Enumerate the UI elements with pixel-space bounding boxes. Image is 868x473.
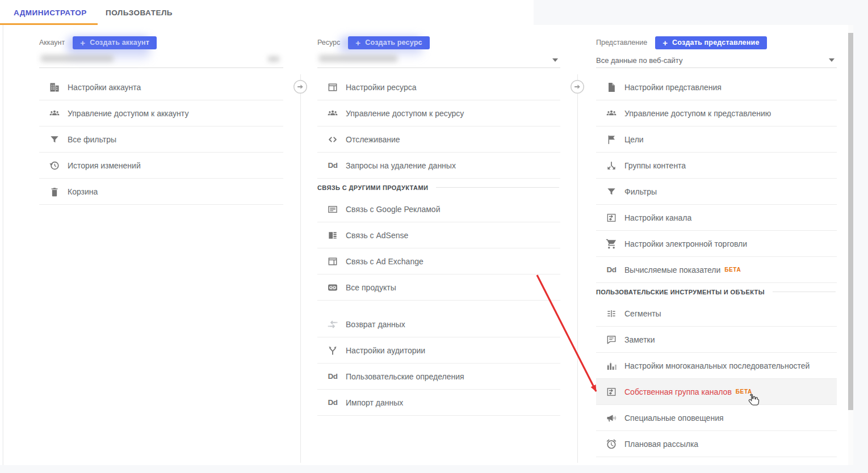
view-selector[interactable]: Все данные по веб-сайту <box>596 53 837 68</box>
people-icon <box>606 108 617 119</box>
menu-item-data-return[interactable]: Возврат данных <box>317 311 560 337</box>
menu-item-label: Фильтры <box>624 187 657 196</box>
window-icon <box>327 256 338 267</box>
menu-item-audience-settings[interactable]: Настройки аудитории <box>317 337 560 364</box>
menu-item-label: Вычисляемые показатели <box>624 265 720 274</box>
menu-item-label: Все продукты <box>346 283 396 292</box>
menu-item-custom-channel-group[interactable]: Собственная группа каналовБЕТА <box>596 379 837 405</box>
menu-item-label: Корзина <box>68 187 98 196</box>
scrollbar-thumb[interactable] <box>848 33 853 410</box>
menu-item-content-groups[interactable]: Группы контента <box>596 153 837 179</box>
menu-item-label: Все фильтры <box>68 135 116 144</box>
menu-item-all-products[interactable]: Все продукты <box>317 274 560 301</box>
menu-item-label: Цели <box>624 135 644 144</box>
menu-item-label: Сегменты <box>624 309 661 318</box>
tab-user[interactable]: ПОЛЬЗОВАТЕЛЬ <box>106 0 173 25</box>
menu-item-change-history[interactable]: История изменений <box>39 153 283 179</box>
beta-badge: БЕТА <box>736 388 752 395</box>
people-icon <box>327 108 338 119</box>
view-column-header: Представление + Создать представление <box>596 35 837 50</box>
menu-item-google-ads-link[interactable]: Связь с Google Рекламой <box>317 196 560 222</box>
tab-administrator[interactable]: АДМИНИСТРАТОР <box>14 0 87 25</box>
megaphone-icon <box>606 412 617 424</box>
menu-item-label: Отслеживание <box>346 135 400 144</box>
menu-item-filters[interactable]: Фильтры <box>596 179 837 205</box>
view-menu-list: Настройки представленияУправление доступ… <box>596 74 837 457</box>
menu-item-label: Управление доступом к ресурсу <box>346 109 464 118</box>
menu-item-notes[interactable]: Заметки <box>596 327 837 353</box>
chevron-down-icon <box>829 58 835 62</box>
account-column-label: Аккаунт <box>39 39 65 47</box>
alarm-icon <box>606 438 617 450</box>
account-column: Аккаунт + Создать аккаунт Настройки акка… <box>39 25 283 465</box>
menu-item-account-access[interactable]: Управление доступом к аккаунту <box>39 100 283 126</box>
window-icon <box>327 82 338 93</box>
admin-tabbar: АДМИНИСТРАТОР ПОЛЬЗОВАТЕЛЬ <box>0 0 534 25</box>
create-view-button[interactable]: + Создать представление <box>655 36 766 49</box>
collapse-column-arrow-button[interactable] <box>293 79 308 94</box>
menu-item-segments[interactable]: Сегменты <box>596 301 837 327</box>
property-column-label: Ресурс <box>317 39 340 47</box>
view-column-label: Представление <box>596 39 647 47</box>
flag-icon <box>606 134 617 145</box>
menu-item-data-import[interactable]: DdИмпорт данных <box>317 390 560 416</box>
menu-item-ecommerce-settings[interactable]: Настройки электронной торговли <box>596 231 837 257</box>
menu-item-view-access[interactable]: Управление доступом к представлению <box>596 100 837 126</box>
menu-item-label: Собственная группа каналов <box>624 387 732 396</box>
menu-item-label: Запросы на удаление данных <box>346 161 456 170</box>
menu-item-calculated-metrics[interactable]: DdВычисляемые показателиБЕТА <box>596 257 837 283</box>
menu-item-channel-settings[interactable]: Настройки канала <box>596 205 837 231</box>
menu-item-scheduled-emails[interactable]: Плановая рассылка <box>596 431 837 457</box>
menu-item-label: Настройки многоканальных последовательно… <box>624 361 810 370</box>
create-property-button[interactable]: + Создать ресурс <box>348 36 429 49</box>
menu-item-data-deletion-requests[interactable]: DdЗапросы на удаление данных <box>317 153 560 179</box>
menu-item-custom-alerts[interactable]: Специальные оповещения <box>596 405 837 431</box>
audience-icon <box>327 345 338 356</box>
menu-item-label: Настройки аудитории <box>346 346 425 355</box>
section-header: ПОЛЬЗОВАТЕЛЬСКИЕ ИНСТРУМЕНТЫ И ОБЪЕКТЫ <box>596 283 837 301</box>
dd-icon: Dd <box>606 264 617 276</box>
menu-item-property-settings[interactable]: Настройки ресурса <box>317 74 560 100</box>
menu-item-label: Связь с Ad Exchange <box>346 257 423 266</box>
menu-item-label: История изменений <box>68 161 141 170</box>
file-icon <box>606 82 617 93</box>
menu-item-label: Управление доступом к представлению <box>624 109 771 118</box>
menu-item-label: Связь с AdSense <box>346 231 408 240</box>
menu-item-property-access[interactable]: Управление доступом к ресурсу <box>317 100 560 126</box>
list-gap <box>317 301 560 311</box>
create-account-button[interactable]: + Создать аккаунт <box>73 36 157 49</box>
cart-icon <box>606 238 617 250</box>
menu-item-account-settings[interactable]: Настройки аккаунта <box>39 74 283 100</box>
property-column-header: Ресурс + Создать ресурс <box>317 35 560 50</box>
chevron-down-icon <box>552 58 558 62</box>
property-menu-list: Настройки ресурсаУправление доступом к р… <box>317 74 560 416</box>
menu-item-ad-exchange-link[interactable]: Связь с Ad Exchange <box>317 248 560 274</box>
dd-icon: Dd <box>327 371 338 382</box>
menu-item-label: Связь с Google Рекламой <box>346 205 440 214</box>
menu-item-label: Настройки ресурса <box>346 83 417 92</box>
menu-item-custom-definitions[interactable]: DdПользовательские определения <box>317 364 560 390</box>
section-header: СВЯЗЬ С ДРУГИМИ ПРОДУКТАМИ <box>317 179 560 196</box>
menu-item-mcf-settings[interactable]: Настройки многоканальных последовательно… <box>596 353 837 379</box>
menu-item-goals[interactable]: Цели <box>596 126 837 153</box>
create-property-button-label: Создать ресурс <box>365 39 422 47</box>
section-header-label: ПОЛЬЗОВАТЕЛЬСКИЕ ИНСТРУМЕНТЫ И ОБЪЕКТЫ <box>596 289 765 295</box>
column-divider <box>300 74 301 463</box>
property-selector[interactable] <box>317 53 560 68</box>
property-column: Ресурс + Создать ресурс Настройки ресурс… <box>317 25 560 465</box>
menu-item-label: Настройки аккаунта <box>68 83 141 92</box>
funnel-bars-icon <box>606 360 617 371</box>
menu-item-trash[interactable]: Корзина <box>39 179 283 205</box>
create-view-button-label: Создать представление <box>672 39 759 47</box>
account-column-header: Аккаунт + Создать аккаунт <box>39 35 283 50</box>
data-return-icon <box>327 319 338 330</box>
menu-item-tracking[interactable]: Отслеживание <box>317 126 560 153</box>
menu-item-all-filters[interactable]: Все фильтры <box>39 126 283 153</box>
account-selector[interactable] <box>39 53 283 68</box>
menu-item-label: Настройки представления <box>624 83 722 92</box>
menu-item-label: Управление доступом к аккаунту <box>68 109 188 118</box>
trash-icon <box>49 186 60 197</box>
menu-item-view-settings[interactable]: Настройки представления <box>596 74 837 100</box>
collapse-column-arrow-button[interactable] <box>570 79 585 94</box>
menu-item-adsense-link[interactable]: Связь с AdSense <box>317 222 560 248</box>
